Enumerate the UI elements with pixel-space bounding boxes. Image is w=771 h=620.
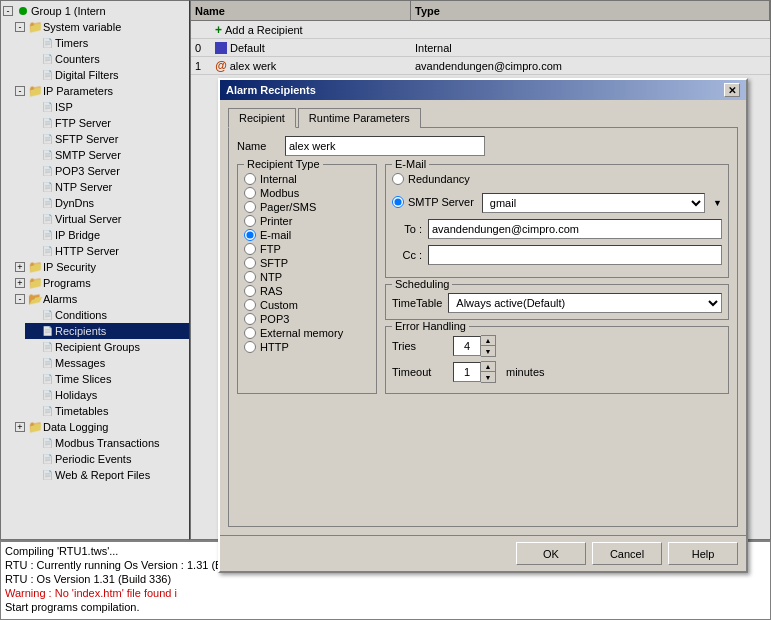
expand-datalogging[interactable]: + — [15, 422, 25, 432]
tree-item-messages[interactable]: 📄 Messages — [25, 355, 189, 371]
smtp-dropdown-arrow[interactable]: ▼ — [713, 198, 722, 208]
radio-ftp[interactable]: FTP — [244, 243, 370, 255]
timeout-down-button[interactable]: ▼ — [481, 372, 495, 382]
tree-item-recipgroups[interactable]: 📄 Recipient Groups — [25, 339, 189, 355]
radio-printer[interactable]: Printer — [244, 215, 370, 227]
radio-extmem[interactable]: External memory — [244, 327, 370, 339]
radio-ras[interactable]: RAS — [244, 285, 370, 297]
tree-item-smtpserver[interactable]: 📄 SMTP Server — [25, 147, 189, 163]
to-input[interactable] — [428, 219, 722, 239]
leaf-icon-messages: 📄 — [39, 355, 55, 371]
tree-item-modbustx[interactable]: 📄 Modbus Transactions — [25, 435, 189, 451]
tree-item-group1[interactable]: - Group 1 (Intern — [1, 3, 189, 19]
tree-item-periodicevt[interactable]: 📄 Periodic Events — [25, 451, 189, 467]
dialog-content: Recipient Runtime Parameters Name Recipi… — [220, 100, 746, 535]
leaf-icon-isp: 📄 — [39, 99, 55, 115]
expand-sysvars[interactable]: - — [15, 22, 25, 32]
folder-icon-datalogging: 📁 — [27, 419, 43, 435]
radio-email[interactable]: E-mail — [244, 229, 370, 241]
tree-item-ipsecurity[interactable]: + 📁 IP Security — [13, 259, 189, 275]
radio-sftp[interactable]: SFTP — [244, 257, 370, 269]
leaf-icon-timers: 📄 — [39, 35, 55, 51]
tree-item-ntpserver[interactable]: 📄 NTP Server — [25, 179, 189, 195]
tries-up-button[interactable]: ▲ — [481, 336, 495, 346]
expand-alarms[interactable]: - — [15, 294, 25, 304]
tree-item-isp[interactable]: 📄 ISP — [25, 99, 189, 115]
tree-item-conditions[interactable]: 📄 Conditions — [25, 307, 189, 323]
tab-recipient[interactable]: Recipient — [228, 108, 296, 128]
timeout-label: Timeout — [392, 366, 447, 378]
table-row[interactable]: 0 Default Internal — [191, 39, 770, 57]
table-row[interactable]: 1 @ alex werk avandendungen@cimpro.com — [191, 57, 770, 75]
timeout-up-button[interactable]: ▲ — [481, 362, 495, 372]
radio-custom[interactable]: Custom — [244, 299, 370, 311]
tree-label-sftpserver: SFTP Server — [55, 133, 118, 145]
radio-redundancy[interactable]: Redundancy — [392, 173, 470, 185]
tree-label-isp: ISP — [55, 101, 73, 113]
radio-http[interactable]: HTTP — [244, 341, 370, 353]
timeout-input[interactable] — [453, 362, 481, 382]
radio-pagersms[interactable]: Pager/SMS — [244, 201, 370, 213]
cancel-button[interactable]: Cancel — [592, 542, 662, 565]
radio-internal[interactable]: Internal — [244, 173, 370, 185]
email-label: E-Mail — [392, 158, 429, 170]
tree-item-ftpserver[interactable]: 📄 FTP Server — [25, 115, 189, 131]
dialog-title: Alarm Recipients — [226, 84, 316, 96]
tree-item-counters[interactable]: 📄 Counters — [25, 51, 189, 67]
expand-programs[interactable]: + — [15, 278, 25, 288]
tab-runtime-params[interactable]: Runtime Parameters — [298, 108, 421, 128]
row-num-1: 0 — [191, 41, 211, 55]
leaf-icon-webreport: 📄 — [39, 467, 55, 483]
tab-content-recipient: Name Recipient Type Internal Modbus Page… — [228, 127, 738, 527]
leaf-icon-recipgroups: 📄 — [39, 339, 55, 355]
dialog-close-button[interactable]: ✕ — [724, 83, 740, 97]
tree-item-ipbridge[interactable]: 📄 IP Bridge — [25, 227, 189, 243]
help-button[interactable]: Help — [668, 542, 738, 565]
radio-ntp[interactable]: NTP — [244, 271, 370, 283]
expand-group1[interactable]: - — [3, 6, 13, 16]
row-name-1: Default — [211, 41, 411, 55]
tree-item-timers[interactable]: 📄 Timers — [25, 35, 189, 51]
leaf-icon-dyndns: 📄 — [39, 195, 55, 211]
smtp-select[interactable]: gmail — [482, 193, 705, 213]
tree-item-virtserver[interactable]: 📄 Virtual Server — [25, 211, 189, 227]
timetable-select[interactable]: Always active(Default) — [448, 293, 722, 313]
radio-smtp[interactable]: SMTP Server — [392, 196, 474, 208]
timeout-spinner-buttons: ▲ ▼ — [481, 361, 496, 383]
tree-item-timeslices[interactable]: 📄 Time Slices — [25, 371, 189, 387]
tree-label-ftpserver: FTP Server — [55, 117, 111, 129]
tries-input[interactable] — [453, 336, 481, 356]
radio-pop3[interactable]: POP3 — [244, 313, 370, 325]
tree-item-httpserver[interactable]: 📄 HTTP Server — [25, 243, 189, 259]
tree-item-timetables[interactable]: 📄 Timetables — [25, 403, 189, 419]
tree-item-recipients[interactable]: 📄 Recipients — [25, 323, 189, 339]
tries-down-button[interactable]: ▼ — [481, 346, 495, 356]
tree-item-alarms[interactable]: - 📂 Alarms — [13, 291, 189, 307]
tree-label-conditions: Conditions — [55, 309, 107, 321]
ok-button[interactable]: OK — [516, 542, 586, 565]
tree-item-sftpserver[interactable]: 📄 SFTP Server — [25, 131, 189, 147]
leaf-icon-counters: 📄 — [39, 51, 55, 67]
tree-label-smtpserver: SMTP Server — [55, 149, 121, 161]
tree-item-dyndns[interactable]: 📄 DynDns — [25, 195, 189, 211]
tree-label-ntpserver: NTP Server — [55, 181, 112, 193]
expand-ipparams[interactable]: - — [15, 86, 25, 96]
to-row: To : — [392, 219, 722, 239]
radio-modbus[interactable]: Modbus — [244, 187, 370, 199]
tree-item-ipparams[interactable]: - 📁 IP Parameters — [13, 83, 189, 99]
tree-item-digfilters[interactable]: 📄 Digital Filters — [25, 67, 189, 83]
expand-ipsecurity[interactable]: + — [15, 262, 25, 272]
row-num-2: 1 — [191, 59, 211, 73]
tree-item-datalogging[interactable]: + 📁 Data Logging — [13, 419, 189, 435]
table-row[interactable]: + Add a Recipient — [191, 21, 770, 39]
name-input[interactable] — [285, 136, 485, 156]
tree-item-pop3server[interactable]: 📄 POP3 Server — [25, 163, 189, 179]
tree-item-holidays[interactable]: 📄 Holidays — [25, 387, 189, 403]
tree-item-programs[interactable]: + 📁 Programs — [13, 275, 189, 291]
tree-item-sysvars[interactable]: - 📁 System variable — [13, 19, 189, 35]
tree-label-ipparams: IP Parameters — [43, 85, 113, 97]
tree-label-counters: Counters — [55, 53, 100, 65]
at-icon: @ — [215, 59, 227, 73]
tree-item-webreport[interactable]: 📄 Web & Report Files — [25, 467, 189, 483]
cc-input[interactable] — [428, 245, 722, 265]
